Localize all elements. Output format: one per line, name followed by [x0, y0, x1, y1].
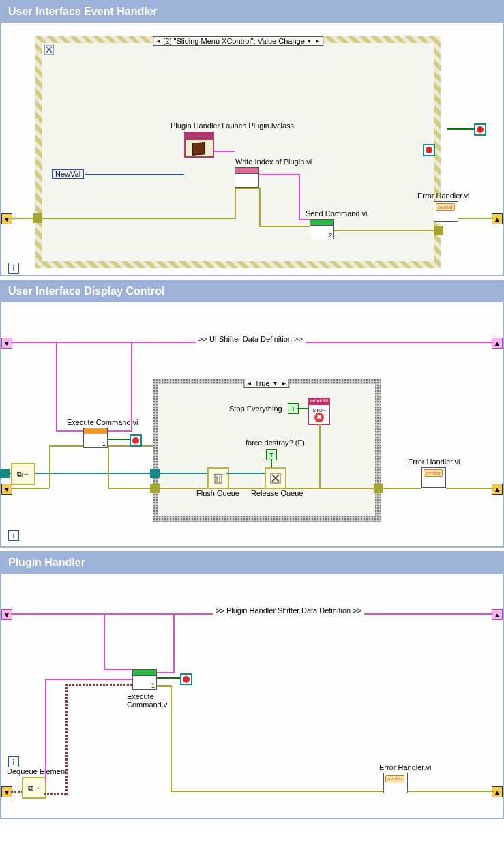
shift-register-left-icon[interactable]: ▼ — [1, 338, 12, 349]
execute-command-vi[interactable]: 1 — [132, 669, 157, 690]
x-box-icon — [269, 472, 282, 484]
wire-olive — [284, 488, 321, 489]
tunnel-olive-icon — [434, 226, 443, 235]
wire-green — [108, 439, 130, 440]
error-handler-vi[interactable]: avatar — [383, 773, 408, 793]
wire-olive — [381, 488, 421, 489]
panel-plugin-handler: Plugin Handler ▼ ▲ ▼ ▲ i >> Plugin Handl… — [0, 551, 504, 819]
wire-olive — [108, 488, 153, 489]
wire-olive — [446, 488, 494, 489]
send-command-vi[interactable]: 2 — [310, 219, 334, 239]
shift-register-left-icon[interactable]: ▼ — [1, 484, 12, 495]
stop-everything-label: Stop Everything — [229, 404, 282, 413]
error-handler-label: Error Handler.vi — [408, 458, 460, 466]
wire-olive — [319, 488, 381, 489]
prev-case-icon[interactable]: ◂ — [246, 379, 252, 387]
error-handler-label: Error Handler.vi — [417, 192, 469, 200]
execute-command-vi[interactable]: 1 — [83, 428, 108, 448]
wire-pink — [56, 342, 57, 430]
wire-olive — [235, 188, 259, 189]
shift-register-left-icon[interactable]: ▼ — [1, 213, 12, 224]
svg-rect-3 — [215, 475, 222, 483]
case-dropdown-icon[interactable]: ▾ — [272, 379, 279, 387]
wire-teal — [226, 473, 265, 474]
loop-iteration-icon: i — [8, 530, 19, 541]
write-index-vi[interactable] — [235, 167, 259, 188]
wire-green — [447, 128, 475, 130]
error-handler-vi[interactable]: avatar — [421, 467, 446, 488]
panel-ui-event-handler: User Interface Event Handler ▼ ▲ i ◂ [2]… — [0, 0, 504, 276]
wire-pink — [157, 672, 173, 673]
wire-olive — [171, 685, 172, 791]
wire-pink — [299, 219, 310, 220]
wire-pink — [104, 669, 132, 670]
wire-olive — [171, 791, 383, 792]
wire-olive — [11, 218, 35, 219]
wire-pink — [45, 679, 46, 781]
shift-register-right-icon[interactable]: ▲ — [492, 338, 503, 349]
case-selector[interactable]: ◂ True ▾ ▸ — [243, 379, 289, 388]
release-queue-label: Release Queue — [251, 489, 303, 497]
tunnel-olive-icon — [33, 213, 42, 223]
wire-olive — [153, 488, 207, 489]
wire-olive — [11, 488, 33, 489]
error-indicator-icon — [180, 673, 192, 685]
wire-olive — [259, 226, 310, 227]
wire-pink — [299, 174, 300, 220]
wire-pink — [108, 430, 132, 432]
shifter-wire-label: >> Plugin Handler Shifter Data Definitio… — [213, 606, 364, 615]
wire-olive — [108, 445, 109, 488]
wire-pink — [45, 679, 132, 680]
flush-queue-label: Flush Queue — [196, 489, 239, 497]
wire-pink — [173, 613, 175, 673]
wire-olive — [49, 445, 83, 447]
event-data-close-icon[interactable] — [44, 45, 54, 55]
event-case-selector[interactable]: ◂ [2] "Sliding Menu XControl": Value Cha… — [153, 36, 323, 46]
shift-register-right-icon[interactable]: ▲ — [492, 213, 503, 224]
panel-title: User Interface Event Handler — [1, 1, 503, 23]
wire-brown — [65, 684, 68, 795]
trash-icon — [212, 472, 224, 484]
next-case-icon[interactable]: ▸ — [281, 379, 288, 387]
panel3-body: ▼ ▲ ▼ ▲ i >> Plugin Handler Shifter Data… — [1, 574, 503, 818]
panel-ui-display-control: User Interface Display Control ▼ ▲ ▼ ▲ i… — [0, 280, 504, 548]
admin-ui-stop-vi[interactable]: adminUI STOP✖ — [308, 398, 330, 425]
panel1-body: ▼ ▲ i ◂ [2] "Sliding Menu XControl": Val… — [1, 23, 503, 275]
wire-pink — [214, 151, 235, 152]
write-index-label: Write Index of Plugin.vi — [235, 158, 312, 166]
case-structure[interactable]: ◂ True ▾ ▸ Stop Everything T adminUI STO… — [153, 379, 381, 522]
wire-olive — [259, 188, 261, 226]
next-case-icon[interactable]: ▸ — [314, 37, 321, 45]
wire-olive — [334, 230, 441, 231]
wire-olive — [226, 488, 265, 489]
tunnel-teal-icon — [0, 469, 10, 478]
shift-register-right-icon[interactable]: ▲ — [492, 484, 503, 495]
wire-pink — [56, 430, 83, 432]
wire-green — [157, 677, 180, 679]
release-queue-node[interactable] — [265, 467, 286, 489]
case-value-label: True — [254, 379, 269, 387]
error-handler-vi[interactable]: avatar — [434, 201, 458, 222]
wire-pink — [259, 174, 300, 175]
dequeue-element-node[interactable]: ⧉→ — [22, 777, 46, 799]
plugin-class-label: Plugin Handler Launch Plugin.lvclass — [171, 121, 294, 130]
wire-pink — [131, 342, 132, 432]
shifter-wire-label: >> UI Shifter Data Definition >> — [196, 335, 306, 343]
plugin-class-constant[interactable] — [184, 132, 214, 158]
flush-queue-node[interactable] — [207, 467, 229, 489]
event-structure[interactable]: ◂ [2] "Sliding Menu XControl": Value Cha… — [35, 36, 441, 268]
dequeue-element-node[interactable]: ⧉→ — [11, 463, 35, 485]
shift-register-left-icon[interactable]: ▼ — [1, 609, 12, 620]
shift-register-right-icon[interactable]: ▲ — [492, 786, 503, 797]
send-command-label: Send Command.vi — [306, 209, 368, 218]
wire-olive — [157, 685, 171, 687]
event-data-newval[interactable]: NewVal — [52, 169, 84, 179]
case-dropdown-icon[interactable]: ▾ — [306, 37, 313, 45]
prev-case-icon[interactable]: ◂ — [155, 37, 162, 45]
shift-register-right-icon[interactable]: ▲ — [492, 609, 503, 620]
error-indicator-icon — [474, 123, 486, 136]
panel2-body: ▼ ▲ ▼ ▲ i >> UI Shifter Data Definition … — [1, 302, 503, 546]
wire-olive — [458, 218, 492, 219]
panel-title: User Interface Display Control — [1, 281, 503, 302]
error-tunnel-icon — [423, 144, 435, 156]
